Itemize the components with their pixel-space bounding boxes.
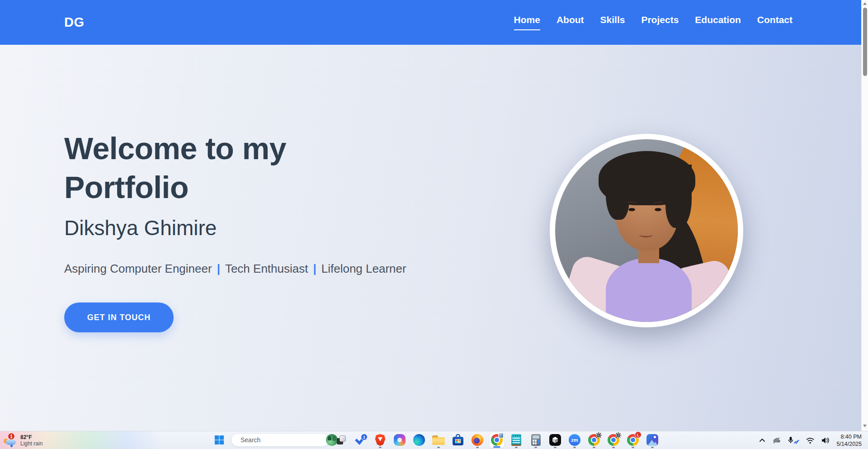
file-explorer-icon xyxy=(432,435,445,445)
check-app-button[interactable]: 1 xyxy=(353,432,368,448)
copilot-icon xyxy=(394,434,406,446)
photos-button[interactable] xyxy=(645,432,660,448)
taskbar-search[interactable] xyxy=(231,433,330,447)
chrome-profile-l-button[interactable]: L xyxy=(625,432,641,448)
microphone-location-button[interactable] xyxy=(788,436,799,444)
wifi-icon xyxy=(806,437,815,444)
hero-section: Welcome to my Portfolio Dikshya Ghimire … xyxy=(0,45,861,431)
calculator-icon xyxy=(531,434,541,446)
chrome-profile-overlay xyxy=(498,433,504,438)
system-tray: 8:40 PM 5/14/2025 xyxy=(759,431,862,449)
clock-time: 8:40 PM xyxy=(840,433,862,440)
running-indicator xyxy=(651,447,654,448)
page-title: Welcome to my Portfolio xyxy=(64,129,286,207)
nav-link-about[interactable]: About xyxy=(557,14,584,30)
chrome-settings-button[interactable] xyxy=(586,432,602,448)
site-logo[interactable]: DG xyxy=(64,15,85,30)
tagline-separator: | xyxy=(313,262,316,275)
profile-photo xyxy=(550,134,743,327)
chrome-l-badge: L xyxy=(635,431,642,438)
running-indicator xyxy=(554,447,557,448)
running-indicator xyxy=(437,447,440,448)
scrollbar-thumb[interactable] xyxy=(863,8,867,76)
gear-overlay-icon xyxy=(615,432,622,440)
profile-photo-image xyxy=(555,139,738,322)
nav-link-home[interactable]: Home xyxy=(514,14,540,30)
edge-icon xyxy=(413,434,425,446)
weather-rain-icon: 1 xyxy=(4,434,17,447)
tagline-separator: | xyxy=(217,262,220,275)
page-title-line1: Welcome to my xyxy=(64,129,286,168)
weather-text: 82°F Light rain xyxy=(20,434,42,447)
chevron-up-icon xyxy=(759,437,766,444)
chrome-settings-button-2[interactable] xyxy=(606,432,621,448)
tray-overflow-button[interactable] xyxy=(759,437,766,444)
photos-icon xyxy=(646,434,658,446)
page-title-line2: Portfolio xyxy=(64,168,286,207)
wifi-button[interactable] xyxy=(806,437,815,444)
running-indicator xyxy=(534,447,537,448)
copilot-button[interactable] xyxy=(392,432,407,448)
onedrive-status-button[interactable] xyxy=(772,437,781,444)
microphone-in-use-icon xyxy=(788,436,799,444)
microsoft-store-icon xyxy=(452,434,464,446)
cube-app-icon xyxy=(549,434,561,446)
tagline-part-2: Tech Enthusiast xyxy=(225,262,308,275)
zoom-button[interactable]: zm xyxy=(567,432,582,448)
firefox-button[interactable] xyxy=(470,432,485,448)
page-scrollbar[interactable] xyxy=(861,0,868,431)
tagline-part-1: Aspiring Computer Engineer xyxy=(64,262,212,275)
raindrop-icon xyxy=(10,444,13,447)
taskbar-app-group: 1 xyxy=(212,431,660,449)
brave-browser-button[interactable] xyxy=(373,432,388,448)
top-navbar: DG Home About Skills Projects Education … xyxy=(0,0,861,45)
notepad-icon xyxy=(511,434,521,446)
calculator-button[interactable] xyxy=(528,432,543,448)
tagline: Aspiring Computer Engineer|Tech Enthusia… xyxy=(64,262,406,276)
search-input[interactable] xyxy=(241,436,322,444)
file-explorer-button[interactable] xyxy=(431,432,446,448)
gear-overlay-icon xyxy=(595,432,602,440)
nav-link-education[interactable]: Education xyxy=(695,14,741,30)
chrome-button-active[interactable] xyxy=(489,432,505,448)
windows-taskbar: 1 82°F Light rain xyxy=(0,431,868,449)
photo-smile xyxy=(639,232,653,237)
running-indicator xyxy=(379,447,382,448)
clock-date: 5/14/2025 xyxy=(836,440,862,448)
running-indicator xyxy=(573,447,576,448)
cloud-slash-icon xyxy=(772,437,781,444)
photo-eye xyxy=(655,208,661,211)
volume-button[interactable] xyxy=(821,437,830,444)
weather-condition: Light rain xyxy=(20,440,42,447)
tagline-part-3: Lifelong Learner xyxy=(321,262,406,275)
task-view-button[interactable] xyxy=(334,432,349,448)
brave-icon xyxy=(375,434,386,446)
microsoft-store-button[interactable] xyxy=(450,432,466,448)
scrollbar-down-arrow[interactable] xyxy=(863,425,867,427)
photo-eye xyxy=(628,208,635,211)
zoom-icon: zm xyxy=(569,434,580,446)
person-name: Dikshya Ghimire xyxy=(64,216,217,240)
start-button[interactable] xyxy=(212,432,227,448)
nav-links: Home About Skills Projects Education Con… xyxy=(514,14,793,30)
weather-temperature: 82°F xyxy=(20,434,42,440)
taskbar-clock[interactable]: 8:40 PM 5/14/2025 xyxy=(836,433,862,448)
get-in-touch-button[interactable]: GET IN TOUCH xyxy=(64,302,174,332)
active-window-indicator xyxy=(493,446,500,448)
scrollbar-up-arrow[interactable] xyxy=(863,2,867,5)
running-indicator xyxy=(593,447,595,448)
check-app-badge: 1 xyxy=(361,434,368,440)
nav-link-skills[interactable]: Skills xyxy=(600,14,625,30)
windows-logo-icon xyxy=(214,435,224,445)
check-app-icon: 1 xyxy=(355,434,367,446)
cube-app-button[interactable] xyxy=(547,432,563,448)
running-indicator xyxy=(515,447,518,448)
edge-browser-button[interactable] xyxy=(411,432,427,448)
speaker-icon xyxy=(821,437,830,444)
weather-notification-badge: 1 xyxy=(8,433,15,440)
running-indicator xyxy=(476,447,479,448)
notepad-button[interactable] xyxy=(509,432,524,448)
nav-link-contact[interactable]: Contact xyxy=(757,14,793,30)
nav-link-projects[interactable]: Projects xyxy=(641,14,679,30)
weather-widget[interactable]: 1 82°F Light rain xyxy=(4,432,42,449)
